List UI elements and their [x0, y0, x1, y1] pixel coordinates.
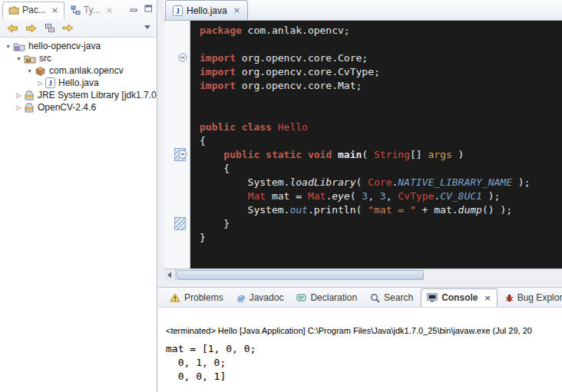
toolbar-icons — [6, 23, 74, 33]
tab-declaration[interactable]: Declaration — [291, 289, 362, 307]
editor-tab-bar: J Hello.java × — [164, 0, 562, 21]
bug-icon — [505, 294, 514, 302]
minimize-icon[interactable] — [130, 5, 138, 12]
code-line[interactable]: System.out.println( "mat = " + mat.dump(… — [200, 203, 562, 217]
console-output-line: 0, 1, 0; — [166, 356, 562, 370]
java-file-icon: J — [173, 5, 183, 16]
close-icon[interactable]: × — [233, 5, 240, 15]
javadoc-icon: @ — [236, 293, 246, 302]
editor-tab-label: Hello.java — [187, 5, 227, 16]
scroll-left-icon — [167, 272, 172, 278]
tab-javadoc[interactable]: @Javadoc — [231, 289, 289, 307]
tree-item-opencv-2-4-6[interactable]: ▷OpenCV-2.4.6 — [0, 101, 157, 114]
expand-arrow-icon[interactable]: ▷ — [35, 80, 45, 87]
collapse-all-icon[interactable] — [45, 23, 55, 33]
type-hierarchy-icon — [71, 5, 81, 15]
tree-item-com-anlak-opencv[interactable]: ▾com.anlak.opencv — [0, 64, 157, 77]
code-line[interactable]: import org.opencv.core.Mat; — [200, 79, 562, 93]
tab-label: Problems — [184, 292, 223, 303]
scroll-left-button[interactable] — [164, 269, 176, 281]
tree-item-hello-java[interactable]: ▷JHello.java — [0, 77, 157, 89]
code-area[interactable]: package com.anlak.opencv;import org.open… — [190, 21, 562, 268]
fold-collapse-icon[interactable] — [178, 150, 187, 159]
library-icon — [24, 103, 35, 113]
package-explorer-panel: Pac...×Ty...× ▾hello-opencv-java▾src▾com… — [0, 0, 157, 392]
tree-item-label: JRE System Library [jdk1.7.0 — [38, 90, 157, 100]
java-project-icon — [13, 41, 25, 51]
java-file-icon: J — [45, 77, 55, 88]
code-line[interactable] — [200, 38, 562, 51]
view-tab-ty[interactable]: Ty...× — [64, 2, 119, 19]
forward-icon[interactable] — [25, 23, 38, 33]
code-line[interactable]: public static void main( String[] args ) — [200, 148, 562, 162]
problems-icon — [170, 293, 180, 302]
code-line[interactable]: public class Hello — [200, 120, 562, 134]
console-panel: Problems@JavadocDeclarationSearchConsole… — [158, 287, 562, 392]
collapse-arrow-icon[interactable]: ▾ — [25, 68, 35, 74]
view-menu-icon[interactable] — [144, 25, 151, 30]
search-icon — [370, 293, 380, 303]
code-line[interactable]: import org.opencv.core.CvType; — [200, 65, 562, 79]
collapse-arrow-icon[interactable]: ▾ — [3, 43, 13, 50]
package-explorer-header: Pac...×Ty...× — [0, 0, 157, 38]
tree-item-label: src — [39, 53, 51, 64]
console-output: mat = [1, 0, 0; 0, 1, 0; 0, 0, 1] — [166, 342, 562, 384]
view-tab-pac[interactable]: Pac...× — [2, 2, 64, 19]
collapse-arrow-icon[interactable]: ▾ — [14, 55, 24, 62]
close-icon[interactable]: × — [106, 5, 113, 15]
horizontal-scrollbar[interactable] — [164, 268, 562, 281]
code-line[interactable] — [200, 93, 562, 107]
close-icon[interactable]: × — [484, 293, 491, 303]
console-process-header: <terminated> Hello [Java Application] C:… — [166, 326, 562, 335]
link-editor-icon[interactable] — [62, 23, 74, 33]
code-line[interactable]: package com.anlak.opencv; — [200, 24, 562, 38]
close-icon[interactable]: × — [51, 5, 58, 15]
occurrence-marker — [174, 217, 186, 230]
package-icon — [35, 66, 46, 76]
code-editor[interactable]: package com.anlak.opencv;import org.open… — [164, 21, 562, 268]
svg-text:@: @ — [237, 293, 245, 302]
console-output-line: mat = [1, 0, 0; — [166, 342, 562, 356]
source-folder-icon — [24, 54, 36, 64]
code-line[interactable] — [200, 107, 562, 120]
svg-text:J: J — [48, 79, 52, 87]
tree-item-src[interactable]: ▾src — [0, 52, 157, 64]
tab-bug-explorer[interactable]: Bug Explorer — [500, 289, 562, 307]
expand-arrow-icon[interactable]: ▷ — [14, 104, 24, 111]
tab-label: Search — [384, 292, 413, 303]
tree-item-label: com.anlak.opencv — [49, 65, 124, 76]
code-line[interactable]: { — [200, 134, 562, 148]
panel-window-controls — [130, 5, 153, 12]
editor-gutter — [164, 21, 190, 268]
package-explorer-toolbar — [0, 19, 157, 38]
view-tab-label: Pac... — [22, 5, 46, 15]
maximize-icon[interactable] — [144, 5, 153, 12]
editor-area: J Hello.java × package com.anlak.opencv;… — [164, 0, 562, 281]
console-icon — [427, 293, 438, 302]
tab-label: Javadoc — [250, 292, 284, 303]
back-icon[interactable] — [6, 23, 18, 33]
code-line[interactable]: { — [200, 162, 562, 176]
tree-item-hello-opencv-java[interactable]: ▾hello-opencv-java — [0, 40, 157, 52]
tree-item-label: hello-opencv-java — [28, 41, 101, 51]
view-tab-label: Ty... — [84, 5, 101, 15]
tree-item-jre-system-library-jdk1-7-0[interactable]: ▷JRE System Library [jdk1.7.0 — [0, 89, 157, 101]
code-line[interactable]: } — [200, 231, 562, 245]
scrollbar-thumb[interactable] — [177, 270, 424, 280]
tab-search[interactable]: Search — [365, 289, 418, 307]
project-tree: ▾hello-opencv-java▾src▾com.anlak.opencv▷… — [0, 38, 157, 114]
code-line[interactable]: Mat mat = Mat.eye( 3, 3, CvType.CV_8UC1 … — [200, 189, 562, 203]
tab-problems[interactable]: Problems — [164, 289, 229, 307]
code-line[interactable]: import org.opencv.core.Core; — [200, 51, 562, 65]
expand-arrow-icon[interactable]: ▷ — [14, 92, 24, 99]
editor-tab-hello-java[interactable]: J Hello.java × — [165, 0, 248, 20]
declaration-icon — [296, 293, 306, 302]
code-line[interactable]: } — [200, 217, 562, 231]
console-view[interactable]: <terminated> Hello [Java Application] C:… — [158, 308, 562, 384]
bottom-view-tab-bar: Problems@JavadocDeclarationSearchConsole… — [158, 288, 562, 308]
tab-console[interactable]: Console× — [421, 288, 498, 307]
fold-collapse-icon[interactable] — [178, 53, 187, 62]
package-explorer-icon — [8, 5, 19, 15]
eclipse-workbench: Pac...×Ty...× ▾hello-opencv-java▾src▾com… — [0, 0, 562, 392]
code-line[interactable]: System.loadLibrary( Core.NATIVE_LIBRARY_… — [200, 176, 562, 189]
